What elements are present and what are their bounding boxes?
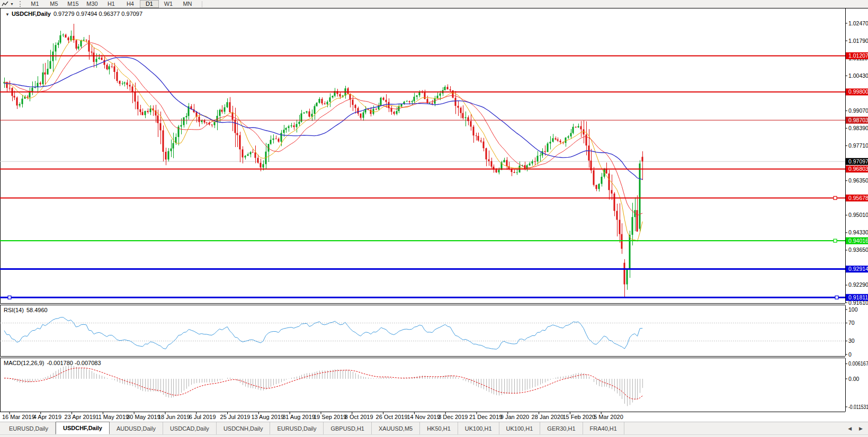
date-label: 18 Jun 2019	[158, 414, 190, 420]
date-label: 8 Oct 2019	[345, 414, 373, 420]
rsi-indicator-label: RSI(14)58.4960	[4, 307, 48, 313]
svg-text:0.97097: 0.97097	[848, 158, 868, 165]
chart-title-symbol: USDCHF,Daily	[12, 11, 51, 17]
chart-tab-xauusd-m5[interactable]: XAUUSD,M5	[372, 422, 420, 434]
date-label: 25 Jul 2019	[220, 414, 250, 420]
date-label: 13 Aug 2019	[251, 414, 284, 420]
svg-text:0.93650: 0.93650	[848, 247, 868, 253]
chart-tab-ger30-h1[interactable]: GER30,H1	[540, 422, 583, 434]
macd-values: -0.001780 -0.007083	[47, 360, 101, 366]
main-price-chart[interactable]: 1.024701.017901.011101.004300.990700.983…	[0, 8, 868, 303]
tab-navigation: ◀ ▶	[848, 422, 868, 434]
macd-indicator-label: MACD(12,26,9)-0.001780 -0.007083	[4, 360, 101, 366]
toolbar-separator	[202, 1, 202, 7]
svg-text:30: 30	[848, 338, 855, 344]
tab-scroll-right-icon[interactable]: ▶	[859, 426, 863, 431]
rsi-pane[interactable]: 10070300	[0, 305, 868, 356]
svg-text:70: 70	[848, 320, 855, 326]
chart-type-icon[interactable]	[2, 1, 8, 7]
date-label: 9 Jan 2020	[500, 414, 529, 420]
chart-title-caret[interactable]: ▼	[5, 12, 10, 17]
date-axis[interactable]: 16 Mar 20194 Apr 201923 Apr 201911 May 2…	[0, 412, 868, 422]
tab-scroll-left-icon[interactable]: ◀	[848, 426, 852, 431]
chart-tab-eurusd-daily[interactable]: EURUSD,Daily	[2, 422, 56, 434]
date-label: 15 Feb 2020	[562, 414, 595, 420]
date-label: 3 Dec 2019	[438, 414, 468, 420]
svg-text:1.01207: 1.01207	[848, 52, 868, 59]
date-label: 31 Aug 2019	[282, 414, 315, 420]
date-label: 4 Apr 2019	[33, 414, 61, 420]
chart-tab-audusd-daily[interactable]: AUDUSD,Daily	[110, 422, 163, 434]
svg-text:0.97710: 0.97710	[848, 142, 868, 149]
svg-text:0.99800: 0.99800	[848, 88, 868, 95]
chart-tab-usdcad-daily[interactable]: USDCAD,Daily	[163, 422, 217, 434]
svg-text:0.96803: 0.96803	[848, 166, 868, 172]
svg-text:0.98390: 0.98390	[848, 125, 868, 131]
date-label: 26 Oct 2019	[376, 414, 408, 420]
chart-tab-gbpusd-h1[interactable]: GBPUSD,H1	[324, 422, 372, 434]
timeframe-button-m5[interactable]: M5	[44, 0, 64, 8]
toolbar-grip[interactable]	[20, 1, 22, 7]
svg-text:0.95010: 0.95010	[848, 212, 868, 218]
date-label: 19 Sep 2019	[314, 414, 346, 420]
macd-name: MACD(12,26,9)	[4, 360, 44, 366]
svg-text:1.01790: 1.01790	[848, 38, 868, 44]
timeframe-toolbar: ▼ M1M5M15M30H1H4D1W1MN	[0, 0, 868, 8]
svg-text:0.94016: 0.94016	[848, 238, 868, 244]
chart-title-ohlc: 0.97279 0.97494 0.96377 0.97097	[53, 11, 142, 17]
svg-text:0.00: 0.00	[848, 376, 860, 382]
status-bar	[0, 434, 868, 437]
chart-tab-fra40-h1[interactable]: FRA40,H1	[583, 422, 624, 434]
date-label: 21 Dec 2019	[469, 414, 502, 420]
svg-text:0.94330: 0.94330	[848, 229, 868, 235]
chart-tab-usdcnh-daily[interactable]: USDCNH,Daily	[217, 422, 271, 434]
rsi-value: 58.4960	[26, 307, 48, 313]
date-label: 28 Jan 2020	[532, 414, 564, 420]
svg-text:0.006167: 0.006167	[848, 360, 868, 367]
mt4-chart-window: ▼ M1M5M15M30H1H4D1W1MN 1.024701.017901.0…	[0, 0, 868, 437]
timeframe-button-d1[interactable]: D1	[140, 0, 159, 8]
chart-tab-uk100-h1[interactable]: UK100,H1	[499, 422, 541, 434]
timeframe-buttons: M1M5M15M30H1H4D1W1MN	[25, 0, 197, 8]
macd-pane[interactable]: 0.0061670.00-0.011531	[0, 358, 868, 412]
timeframe-button-m30[interactable]: M30	[83, 0, 102, 8]
chart-tab-usdchf-daily[interactable]: USDCHF,Daily	[56, 422, 110, 434]
timeframe-button-w1[interactable]: W1	[159, 0, 178, 8]
chart-tab-uk100-h1[interactable]: UK100,H1	[458, 422, 499, 434]
timeframe-button-m1[interactable]: M1	[25, 0, 44, 8]
timeframe-button-mn[interactable]: MN	[178, 0, 197, 8]
date-label: 11 May 2019	[95, 414, 129, 420]
date-label: 16 Mar 2019	[2, 414, 35, 420]
timeframe-button-m15[interactable]: M15	[64, 0, 83, 8]
svg-text:0: 0	[848, 351, 852, 358]
svg-text:-0.011531: -0.011531	[848, 404, 868, 410]
svg-text:1.02470: 1.02470	[848, 20, 868, 26]
timeframe-button-h4[interactable]: H4	[121, 0, 140, 8]
svg-text:1.00430: 1.00430	[848, 72, 868, 79]
svg-text:0.92290: 0.92290	[848, 281, 868, 288]
date-label: 30 May 2019	[127, 414, 160, 420]
date-label: 23 Apr 2019	[65, 414, 96, 420]
svg-text:0.95678: 0.95678	[848, 195, 868, 201]
chart-title: ▼USDCHF,Daily0.97279 0.97494 0.96377 0.9…	[4, 11, 142, 17]
svg-text:0.92914: 0.92914	[848, 266, 868, 272]
rsi-name: RSI(14)	[4, 307, 24, 313]
timeframe-button-h1[interactable]: H1	[102, 0, 121, 8]
svg-text:0.91811: 0.91811	[848, 294, 868, 301]
chart-tab-bar: EURUSD,DailyUSDCHF,DailyAUDUSD,DailyUSDC…	[0, 422, 868, 434]
date-label: 5 Mar 2020	[594, 414, 623, 420]
svg-text:100: 100	[848, 306, 858, 313]
svg-text:0.98703: 0.98703	[848, 117, 868, 123]
svg-text:0.96350: 0.96350	[848, 177, 868, 184]
chart-tab-hk50-h1[interactable]: HK50,H1	[420, 422, 458, 434]
svg-text:0.99070: 0.99070	[848, 107, 868, 114]
chart-tab-eurusd-daily[interactable]: EURUSD,Daily	[270, 422, 324, 434]
date-label: 6 Jul 2019	[189, 414, 216, 420]
date-label: 14 Nov 2019	[407, 414, 440, 420]
chart-tabs: EURUSD,DailyUSDCHF,DailyAUDUSD,DailyUSDC…	[0, 422, 624, 434]
chart-type-dropdown-caret[interactable]: ▼	[10, 2, 14, 6]
